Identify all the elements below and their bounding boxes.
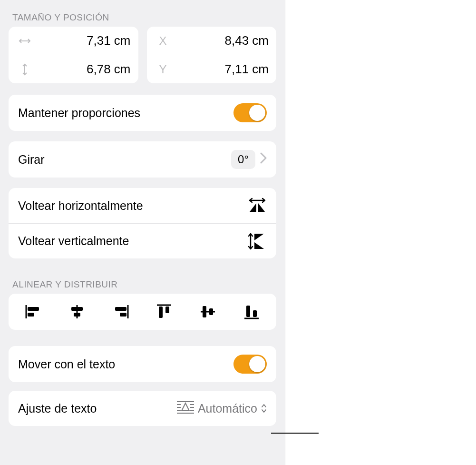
svg-marker-6 xyxy=(254,242,264,249)
svg-marker-3 xyxy=(258,203,265,212)
rotate-row[interactable]: Girar 0° xyxy=(9,141,276,178)
flip-horizontal-label: Voltear horizontalmente xyxy=(18,199,143,213)
flip-card: Voltear horizontalmente Voltear vertical… xyxy=(9,188,276,258)
y-value: 7,11 cm xyxy=(172,62,269,77)
inspector-panel: Tamaño y Posición 7,31 cm xyxy=(0,0,285,465)
keep-proportions-row: Mantener proporciones xyxy=(9,95,276,131)
keep-proportions-card: Mantener proporciones xyxy=(9,95,276,131)
text-wrap-row[interactable]: Ajuste de texto Automático xyxy=(9,391,276,426)
svg-rect-19 xyxy=(165,307,169,313)
keep-proportions-label: Mantener proporciones xyxy=(18,106,140,120)
move-with-text-label: Mover con el texto xyxy=(18,357,115,371)
keep-proportions-toggle[interactable] xyxy=(233,103,267,122)
width-field[interactable]: 7,31 cm xyxy=(9,27,138,55)
x-value: 8,43 cm xyxy=(172,33,269,48)
svg-rect-12 xyxy=(71,307,83,311)
height-icon xyxy=(16,63,33,76)
y-label: Y xyxy=(155,63,172,76)
svg-rect-9 xyxy=(28,307,39,311)
align-left-button[interactable] xyxy=(23,301,44,322)
y-field[interactable]: Y 7,11 cm xyxy=(147,55,277,83)
width-icon xyxy=(16,38,33,44)
rotate-card: Girar 0° xyxy=(9,141,276,178)
align-bottom-button[interactable] xyxy=(241,301,262,322)
text-wrap-icon xyxy=(177,400,194,416)
svg-marker-34 xyxy=(182,403,189,411)
align-center-vertical-button[interactable] xyxy=(197,301,218,322)
text-wrap-value: Automático xyxy=(198,402,257,416)
size-position-section-title: Tamaño y Posición xyxy=(9,10,276,27)
svg-rect-15 xyxy=(115,307,126,311)
flip-horizontal-row[interactable]: Voltear horizontalmente xyxy=(9,188,276,223)
width-value: 7,31 cm xyxy=(33,33,131,48)
align-top-button[interactable] xyxy=(154,301,175,322)
text-wrap-card: Ajuste de texto Automático xyxy=(9,391,276,426)
rotate-value: 0° xyxy=(231,150,255,169)
move-with-text-row: Mover con el texto xyxy=(9,346,276,382)
svg-rect-13 xyxy=(74,313,80,317)
position-card: X 8,43 cm Y 7,11 cm xyxy=(147,27,277,83)
chevron-right-icon xyxy=(260,152,267,167)
move-with-text-toggle[interactable] xyxy=(233,355,267,374)
flip-vertical-label: Voltear verticalmente xyxy=(18,234,129,248)
flip-vertical-row[interactable]: Voltear verticalmente xyxy=(9,223,276,258)
svg-marker-5 xyxy=(254,234,264,240)
svg-rect-22 xyxy=(209,308,213,315)
align-right-button[interactable] xyxy=(110,301,131,322)
size-card: 7,31 cm 6,78 cm xyxy=(9,27,138,83)
text-wrap-dropdown[interactable]: Automático xyxy=(177,400,267,416)
svg-rect-16 xyxy=(120,313,126,317)
height-value: 6,78 cm xyxy=(33,62,131,77)
flip-vertical-icon xyxy=(248,233,267,250)
flip-horizontal-icon xyxy=(248,198,267,214)
svg-rect-25 xyxy=(253,310,257,317)
move-with-text-card: Mover con el texto xyxy=(9,346,276,382)
svg-rect-18 xyxy=(159,307,163,318)
svg-rect-21 xyxy=(203,306,206,317)
svg-rect-24 xyxy=(246,306,250,317)
align-distribute-section-title: Alinear y Distribuir xyxy=(9,277,276,294)
text-wrap-label: Ajuste de texto xyxy=(18,402,97,416)
rotate-label: Girar xyxy=(18,153,45,167)
height-field[interactable]: 6,78 cm xyxy=(9,55,138,83)
align-center-horizontal-button[interactable] xyxy=(67,301,87,322)
annotation-line xyxy=(271,433,319,434)
align-toolbar xyxy=(9,294,276,330)
svg-marker-2 xyxy=(250,203,256,212)
x-label: X xyxy=(155,34,172,48)
dropdown-arrows-icon xyxy=(261,404,267,413)
svg-rect-10 xyxy=(28,313,34,317)
x-field[interactable]: X 8,43 cm xyxy=(147,27,277,55)
